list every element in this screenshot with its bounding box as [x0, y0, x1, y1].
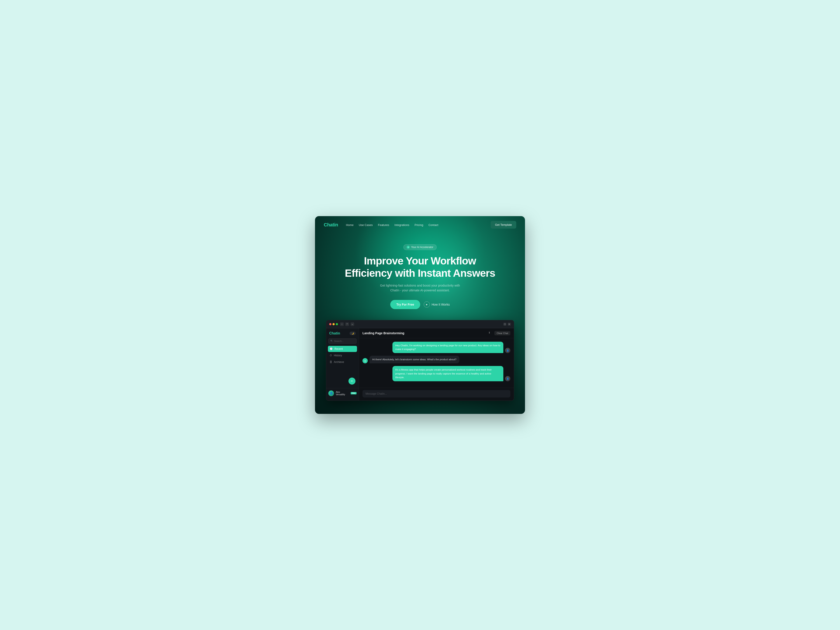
- how-it-works-button[interactable]: How It Works: [424, 302, 450, 308]
- play-icon: [424, 302, 430, 308]
- titlebar-left: [329, 322, 354, 326]
- nav-item-usecases[interactable]: Use Cases: [359, 223, 373, 227]
- user-message-avatar-1: 👤: [505, 348, 510, 353]
- sidebar-logo: Chatin: [329, 332, 340, 335]
- sidebar-bottom: Alex Versatility PRO: [326, 388, 359, 398]
- nav-item-home[interactable]: Home: [346, 223, 354, 227]
- message-bubble-2: Hi there! Absolutely, let's brainstorm s…: [369, 356, 459, 363]
- history-icon: ⏱: [330, 354, 332, 357]
- app-chat: Landing Page Brainstorming ⬆ Clear Chat …: [359, 328, 514, 401]
- chat-messages: Hey ChatIn, I'm working on designing a l…: [359, 338, 514, 388]
- user-info: Alex Versatility: [336, 391, 349, 396]
- ai-avatar-2: [363, 358, 368, 363]
- nav-links: Home Use Cases Features Integrations Pri…: [346, 223, 438, 227]
- compose-button[interactable]: [349, 377, 355, 385]
- hero-content: Your AI Accelerator Improve Your Workflo…: [315, 234, 525, 320]
- titlebar-icon-2[interactable]: [346, 322, 349, 326]
- hero-buttons: Try For Free How It Works: [324, 300, 516, 309]
- search-icon: 🔍: [330, 340, 333, 342]
- hero-section: Chatin Home Use Cases Features Integrati…: [315, 216, 525, 414]
- message-bubble-1: Hey ChatIn, I'm working on designing a l…: [392, 342, 503, 353]
- titlebar-action-2[interactable]: [508, 323, 511, 326]
- nav-item-integrations[interactable]: Integrations: [395, 223, 409, 227]
- traffic-light-red[interactable]: [329, 323, 332, 325]
- badge-icon: [407, 246, 410, 249]
- sidebar-nav: 🕐 Recent ⏱ History 🗄 Archieve: [326, 346, 359, 376]
- chat-input-box[interactable]: Message ChatIn...: [363, 390, 510, 398]
- hero-title: Improve Your Workflow Efficiency with In…: [324, 255, 516, 279]
- traffic-light-yellow[interactable]: [333, 323, 335, 325]
- get-template-button[interactable]: Get Template: [491, 221, 516, 229]
- window-titlebar: [326, 320, 514, 328]
- user-message-avatar-3: 👤: [505, 376, 510, 381]
- pro-badge: PRO: [351, 392, 357, 395]
- sidebar-search[interactable]: 🔍 Search...: [328, 338, 357, 344]
- traffic-lights: [329, 323, 338, 325]
- app-layout: Chatin 🔍 Search... 🕐 Recent: [326, 328, 514, 401]
- app-sidebar: Chatin 🔍 Search... 🕐 Recent: [326, 328, 359, 401]
- compose-area: [326, 376, 359, 388]
- titlebar-right: [503, 323, 511, 326]
- nav-item-contact[interactable]: Contact: [428, 223, 438, 227]
- sidebar-nav-history[interactable]: ⏱ History: [328, 352, 357, 358]
- ai-badge: Your AI Accelerator: [403, 244, 437, 250]
- titlebar-icon-1[interactable]: [340, 322, 344, 326]
- sidebar-logo-area: Chatin: [326, 332, 359, 338]
- search-placeholder: Search...: [334, 340, 344, 343]
- dark-mode-toggle[interactable]: [350, 332, 356, 335]
- sidebar-nav-recent[interactable]: 🕐 Recent: [328, 346, 357, 352]
- nav-item-pricing[interactable]: Pricing: [415, 223, 423, 227]
- chat-input-placeholder: Message ChatIn...: [366, 392, 507, 395]
- nav-left: Chatin Home Use Cases Features Integrati…: [324, 222, 438, 228]
- chat-header-actions: ⬆ Clear Chat: [488, 331, 510, 335]
- history-label: History: [334, 354, 342, 357]
- titlebar-icon-3[interactable]: [351, 322, 354, 326]
- message-row-1: Hey ChatIn, I'm working on designing a l…: [363, 342, 510, 353]
- logo-text-main: Chat: [324, 222, 334, 227]
- archive-icon: 🗄: [330, 361, 332, 363]
- logo: Chatin: [324, 222, 338, 228]
- app-window-container: Chatin 🔍 Search... 🕐 Recent: [315, 320, 525, 401]
- chat-header: Landing Page Brainstorming ⬆ Clear Chat: [359, 328, 514, 338]
- recent-label: Recent: [335, 347, 343, 351]
- svg-rect-1: [504, 324, 505, 325]
- clear-chat-button[interactable]: Clear Chat: [494, 331, 510, 335]
- user-name: Alex Versatility: [336, 391, 349, 396]
- navbar: Chatin Home Use Cases Features Integrati…: [315, 216, 525, 234]
- logo-accent: in: [334, 222, 338, 227]
- nav-item-features[interactable]: Features: [378, 223, 389, 227]
- user-avatar: [328, 390, 334, 396]
- archive-label: Archieve: [334, 360, 344, 363]
- sidebar-nav-archive[interactable]: 🗄 Archieve: [328, 359, 357, 365]
- message-row-3: It's a fitness app that helps people cre…: [363, 366, 510, 381]
- titlebar-icons: [340, 322, 354, 326]
- share-icon[interactable]: ⬆: [488, 331, 492, 335]
- message-bubble-3: It's a fitness app that helps people cre…: [392, 366, 503, 381]
- svg-rect-0: [341, 324, 343, 324]
- page-wrapper: Chatin Home Use Cases Features Integrati…: [315, 216, 525, 414]
- chat-title: Landing Page Brainstorming: [363, 332, 404, 335]
- app-window: Chatin 🔍 Search... 🕐 Recent: [326, 320, 514, 401]
- badge-text: Your AI Accelerator: [411, 246, 433, 249]
- traffic-light-green[interactable]: [336, 323, 338, 325]
- message-row-2: Hi there! Absolutely, let's brainstorm s…: [363, 356, 510, 363]
- recent-icon: 🕐: [330, 347, 333, 350]
- titlebar-action-1[interactable]: [503, 323, 507, 326]
- chat-input-area: Message ChatIn...: [359, 388, 514, 401]
- try-for-free-button[interactable]: Try For Free: [390, 300, 420, 309]
- hero-subtitle: Get lightning-fast solutions and boost y…: [379, 283, 461, 293]
